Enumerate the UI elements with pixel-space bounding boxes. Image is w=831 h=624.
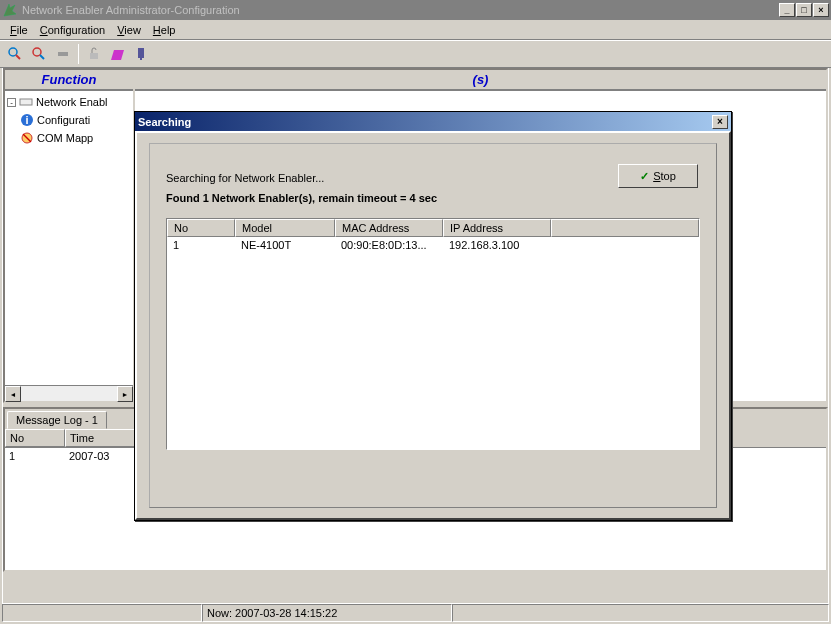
- dialog-title: Searching: [138, 116, 712, 128]
- com-port-icon: [19, 130, 35, 146]
- scroll-track[interactable]: [21, 386, 117, 401]
- left-pane-hscroll[interactable]: ◄ ►: [5, 385, 133, 401]
- cell-mac: 00:90:E8:0D:13...: [335, 237, 443, 253]
- cell-spacer: [551, 237, 699, 253]
- tree-item-label: COM Mapp: [37, 132, 93, 144]
- svg-rect-4: [58, 52, 68, 56]
- tree-item-configuration[interactable]: i Configurati: [7, 111, 131, 129]
- log-tab[interactable]: Message Log - 1: [7, 411, 107, 429]
- scroll-left-icon[interactable]: ◄: [5, 386, 21, 402]
- status-panel-3: [452, 604, 829, 622]
- col-mac[interactable]: MAC Address: [335, 219, 443, 237]
- tree-root-label: Network Enabl: [36, 96, 108, 108]
- maximize-button[interactable]: □: [796, 3, 812, 17]
- log-cell-time: 2007-03: [65, 448, 135, 464]
- info-icon: i: [19, 112, 35, 128]
- status-panel-1: [2, 604, 202, 622]
- results-row[interactable]: 1 NE-4100T 00:90:E8:0D:13... 192.168.3.1…: [167, 237, 699, 253]
- svg-rect-6: [138, 48, 144, 58]
- tree-view[interactable]: - Network Enabl i Configurati COM Mapp: [5, 91, 133, 385]
- checkmark-icon: ✓: [640, 170, 649, 183]
- dialog-titlebar[interactable]: Searching ×: [135, 112, 731, 131]
- menu-help[interactable]: Help: [147, 22, 182, 38]
- cell-no: 1: [167, 237, 235, 253]
- col-spacer: [551, 219, 699, 237]
- left-pane: Function - Network Enabl i Configurati C…: [5, 70, 135, 401]
- svg-line-3: [40, 55, 44, 59]
- unlock-tool-icon[interactable]: [83, 43, 105, 65]
- left-pane-header: Function: [5, 70, 133, 91]
- configure-tool-icon[interactable]: [107, 43, 129, 65]
- cell-model: NE-4100T: [235, 237, 335, 253]
- log-col-time[interactable]: Time: [65, 429, 135, 447]
- results-table: No Model MAC Address IP Address 1 NE-410…: [166, 218, 700, 450]
- window-title: Network Enabler Administrator-Configurat…: [22, 4, 779, 16]
- main-titlebar: Network Enabler Administrator-Configurat…: [0, 0, 831, 20]
- svg-rect-5: [90, 53, 98, 59]
- searching-dialog: Searching × Searching for Network Enable…: [134, 111, 732, 521]
- tree-item-com-mapping[interactable]: COM Mapp: [7, 129, 131, 147]
- dialog-close-button[interactable]: ×: [712, 115, 728, 129]
- tree-root[interactable]: - Network Enabl: [7, 93, 131, 111]
- cell-ip: 192.168.3.100: [443, 237, 551, 253]
- right-pane-header: (s): [135, 70, 826, 91]
- menu-configuration[interactable]: Configuration: [34, 22, 111, 38]
- svg-rect-8: [20, 99, 32, 105]
- minimize-button[interactable]: _: [779, 3, 795, 17]
- dialog-inner: Searching for Network Enabler... Found 1…: [135, 131, 731, 520]
- status-panel-now: Now: 2007-03-28 14:15:22: [202, 604, 452, 622]
- col-no[interactable]: No: [167, 219, 235, 237]
- col-model[interactable]: Model: [235, 219, 335, 237]
- search-ip-tool-icon[interactable]: [28, 43, 50, 65]
- close-button[interactable]: ×: [813, 3, 829, 17]
- col-ip[interactable]: IP Address: [443, 219, 551, 237]
- search-tool-icon[interactable]: [4, 43, 26, 65]
- tree-collapse-icon[interactable]: -: [7, 98, 16, 107]
- svg-text:i: i: [25, 114, 28, 126]
- search-found-text: Found 1 Network Enabler(s), remain timeo…: [166, 192, 700, 204]
- menubar: File Configuration View Help: [0, 20, 831, 40]
- svg-point-2: [33, 48, 41, 56]
- scroll-right-icon[interactable]: ►: [117, 386, 133, 402]
- menu-view[interactable]: View: [111, 22, 147, 38]
- network-icon: [18, 94, 34, 110]
- svg-rect-7: [140, 58, 142, 60]
- toolbar: [0, 40, 831, 68]
- svg-point-0: [9, 48, 17, 56]
- window-buttons: _ □ ×: [779, 3, 829, 17]
- log-col-no[interactable]: No: [5, 429, 65, 447]
- results-header: No Model MAC Address IP Address: [167, 219, 699, 237]
- app-icon: [2, 2, 18, 18]
- menu-file[interactable]: File: [4, 22, 34, 38]
- svg-line-1: [16, 55, 20, 59]
- web-tool-icon[interactable]: [131, 43, 153, 65]
- stop-button[interactable]: ✓ Stop: [618, 164, 698, 188]
- log-cell-no: 1: [5, 448, 65, 464]
- locate-tool-icon[interactable]: [52, 43, 74, 65]
- statusbar: Now: 2007-03-28 14:15:22: [2, 604, 829, 622]
- stop-button-label: Stop: [653, 170, 676, 182]
- dialog-body: Searching for Network Enabler... Found 1…: [149, 143, 717, 508]
- tree-item-label: Configurati: [37, 114, 90, 126]
- toolbar-separator: [78, 44, 79, 64]
